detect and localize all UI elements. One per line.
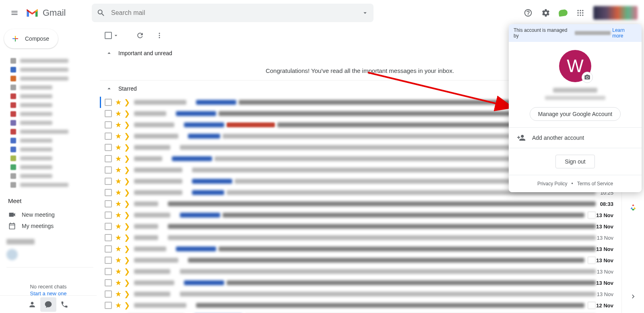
important-icon[interactable]: ❯ xyxy=(124,109,130,118)
important-icon[interactable]: ❯ xyxy=(124,177,130,186)
row-checkbox[interactable] xyxy=(105,155,112,162)
hangouts-user[interactable] xyxy=(6,249,93,261)
compose-button[interactable]: Compose xyxy=(4,29,58,48)
important-icon[interactable]: ❯ xyxy=(124,132,130,141)
folder-item[interactable] xyxy=(0,154,97,163)
rail-expand[interactable] xyxy=(629,292,637,302)
folder-item[interactable] xyxy=(0,110,97,118)
star-icon[interactable]: ★ xyxy=(115,301,122,310)
row-checkbox[interactable] xyxy=(105,178,112,185)
important-icon[interactable]: ❯ xyxy=(124,120,130,129)
star-icon[interactable]: ★ xyxy=(115,256,122,265)
row-checkbox[interactable] xyxy=(105,121,112,129)
footer-contacts[interactable] xyxy=(24,297,40,312)
row-checkbox[interactable] xyxy=(105,166,112,174)
email-row[interactable]: ★❯13 Nov xyxy=(100,243,620,255)
my-meetings-button[interactable]: My meetings xyxy=(8,220,97,232)
folder-item[interactable] xyxy=(0,180,97,189)
search-input[interactable] xyxy=(111,9,361,17)
important-icon[interactable]: ❯ xyxy=(124,154,130,163)
main-menu-button[interactable] xyxy=(5,3,24,23)
important-icon[interactable]: ❯ xyxy=(124,188,130,197)
row-checkbox[interactable] xyxy=(105,189,112,196)
more-button[interactable] xyxy=(151,27,167,44)
important-icon[interactable]: ❯ xyxy=(124,256,130,265)
important-icon[interactable]: ❯ xyxy=(124,199,130,208)
row-checkbox[interactable] xyxy=(105,302,112,309)
email-row[interactable]: ★❯13 Nov xyxy=(100,288,620,300)
row-checkbox[interactable] xyxy=(105,200,112,207)
star-icon[interactable]: ★ xyxy=(115,132,122,141)
search-options-icon[interactable] xyxy=(361,9,369,17)
important-icon[interactable]: ❯ xyxy=(124,290,130,298)
folder-item[interactable] xyxy=(0,136,97,145)
email-row[interactable]: ★❯13 Nov xyxy=(100,209,620,221)
manage-account-button[interactable]: Manage your Google Account xyxy=(530,107,621,121)
email-row[interactable]: ★❯13 Nov xyxy=(100,232,620,243)
privacy-link[interactable]: Privacy Policy xyxy=(537,181,568,187)
star-icon[interactable]: ★ xyxy=(115,290,122,298)
tos-link[interactable]: Terms of Service xyxy=(577,181,613,187)
search-bar[interactable] xyxy=(92,4,374,22)
star-icon[interactable]: ★ xyxy=(115,199,122,208)
important-icon[interactable]: ❯ xyxy=(124,245,130,253)
important-icon[interactable]: ❯ xyxy=(124,166,130,174)
help-button[interactable] xyxy=(520,5,536,21)
important-icon[interactable]: ❯ xyxy=(124,222,130,231)
addon-icon[interactable] xyxy=(629,203,638,212)
gmail-logo[interactable]: Gmail xyxy=(26,8,90,18)
folder-item[interactable] xyxy=(0,56,97,65)
apps-button[interactable] xyxy=(572,5,588,21)
star-icon[interactable]: ★ xyxy=(115,154,122,163)
email-row[interactable]: ★❯13 Nov xyxy=(100,255,620,266)
row-checkbox[interactable] xyxy=(105,290,112,298)
star-icon[interactable]: ★ xyxy=(115,188,122,197)
folder-item[interactable] xyxy=(0,101,97,110)
star-icon[interactable]: ★ xyxy=(115,245,122,253)
folder-item[interactable] xyxy=(0,172,97,180)
email-row[interactable]: ★❯12 Nov xyxy=(100,300,620,311)
row-checkbox[interactable] xyxy=(105,223,112,230)
row-checkbox[interactable] xyxy=(105,99,112,106)
star-icon[interactable]: ★ xyxy=(115,120,122,129)
star-icon[interactable]: ★ xyxy=(115,267,122,276)
star-icon[interactable]: ★ xyxy=(115,166,122,174)
sign-out-button[interactable]: Sign out xyxy=(555,155,594,168)
row-checkbox[interactable] xyxy=(105,110,112,117)
important-icon[interactable]: ❯ xyxy=(124,233,130,242)
email-row[interactable]: ★❯13 Nov xyxy=(100,266,620,277)
footer-phone[interactable] xyxy=(56,297,72,312)
folder-item[interactable] xyxy=(0,163,97,172)
footer-hangouts[interactable] xyxy=(40,297,56,312)
row-checkbox[interactable] xyxy=(105,268,112,275)
row-checkbox[interactable] xyxy=(105,133,112,140)
row-checkbox[interactable] xyxy=(105,211,112,219)
important-icon[interactable]: ❯ xyxy=(124,143,130,152)
important-icon[interactable]: ❯ xyxy=(124,98,130,107)
add-another-account[interactable]: Add another account xyxy=(509,127,642,148)
row-checkbox[interactable] xyxy=(105,234,112,241)
refresh-button[interactable] xyxy=(132,27,148,44)
row-checkbox[interactable] xyxy=(105,144,112,151)
select-all-checkbox[interactable] xyxy=(105,32,119,39)
star-icon[interactable]: ★ xyxy=(115,98,122,107)
star-icon[interactable]: ★ xyxy=(115,109,122,118)
star-icon[interactable]: ★ xyxy=(115,177,122,186)
row-checkbox[interactable] xyxy=(105,279,112,286)
row-checkbox[interactable] xyxy=(105,245,112,253)
email-row[interactable]: ★❯13 Nov xyxy=(100,221,620,232)
row-checkbox[interactable] xyxy=(105,257,112,264)
folder-item[interactable] xyxy=(0,127,97,136)
important-icon[interactable]: ❯ xyxy=(124,278,130,287)
account-avatar[interactable] xyxy=(593,6,638,20)
star-icon[interactable]: ★ xyxy=(115,211,122,220)
learn-more-link[interactable]: Learn more xyxy=(612,27,637,39)
email-row[interactable]: ★❯08:33 xyxy=(100,198,620,209)
folder-item[interactable] xyxy=(0,118,97,127)
settings-button[interactable] xyxy=(538,5,554,21)
folder-item[interactable] xyxy=(0,65,97,74)
important-icon[interactable]: ❯ xyxy=(124,211,130,220)
star-icon[interactable]: ★ xyxy=(115,278,122,287)
important-icon[interactable]: ❯ xyxy=(124,301,130,310)
folder-item[interactable] xyxy=(0,83,97,92)
